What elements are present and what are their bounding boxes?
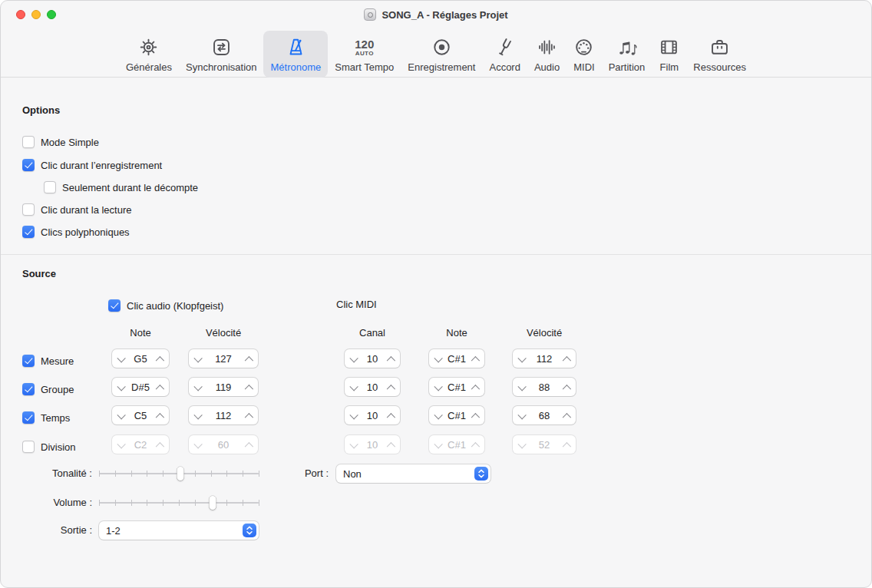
temps-midi-velocite-stepper[interactable]: 68 <box>513 406 576 424</box>
mesure-velocite-stepper[interactable]: 127 <box>189 349 258 368</box>
groupe-velocite-stepper[interactable]: 119 <box>189 378 258 396</box>
stepper-up-icon[interactable] <box>157 384 164 391</box>
groupe-checkbox[interactable] <box>22 383 35 395</box>
stepper-up-icon[interactable] <box>388 441 395 448</box>
clic-audio-row[interactable]: Clic audio (Klopfgeist) <box>108 299 223 312</box>
stepper-down-icon[interactable] <box>194 384 201 391</box>
tab-generales[interactable]: Générales <box>119 31 179 78</box>
stepper-up-icon[interactable] <box>563 412 570 419</box>
stepper-down-icon[interactable] <box>350 355 357 362</box>
temps-checkbox[interactable] <box>22 411 35 424</box>
mesure-note-stepper[interactable]: G5 <box>112 349 169 368</box>
division-canal-stepper[interactable]: 10 <box>345 435 400 454</box>
stepper-down-icon[interactable] <box>518 441 525 448</box>
tab-metronome[interactable]: Métronome <box>263 31 328 78</box>
temps-midi-note-stepper[interactable]: C#1 <box>429 406 484 424</box>
stepper-down-icon[interactable] <box>350 384 357 391</box>
division-velocite-stepper[interactable]: 60 <box>189 435 258 454</box>
division-midi-velocite-stepper[interactable]: 52 <box>513 435 576 454</box>
tonalite-slider[interactable] <box>99 466 259 481</box>
groupe-midi-note-stepper[interactable]: C#1 <box>429 378 484 396</box>
zoom-button[interactable] <box>47 10 56 19</box>
temps-note-stepper[interactable]: C5 <box>112 406 169 424</box>
tonalite-slider-thumb[interactable] <box>177 467 184 481</box>
tab-accord[interactable]: Accord <box>482 31 527 78</box>
tab-enregistrement[interactable]: Enregistrement <box>401 31 482 78</box>
stepper-down-icon[interactable] <box>518 384 525 391</box>
stepper-down-icon[interactable] <box>518 355 525 362</box>
stepper-up-icon[interactable] <box>388 355 395 362</box>
stepper-down-icon[interactable] <box>350 441 357 448</box>
sortie-popup[interactable]: 1-2 <box>99 521 259 540</box>
mesure-midi-velocite-stepper[interactable]: 112 <box>513 349 576 368</box>
mode-simple-checkbox[interactable] <box>22 136 35 148</box>
mesure-midi-note-stepper[interactable]: C#1 <box>429 349 484 368</box>
stepper-down-icon[interactable] <box>518 412 525 419</box>
decompte-checkbox[interactable] <box>44 181 56 193</box>
stepper-down-icon[interactable] <box>194 412 201 419</box>
stepper-up-icon[interactable] <box>563 384 570 391</box>
stepper-up-icon[interactable] <box>246 384 253 391</box>
stepper-down-icon[interactable] <box>350 412 357 419</box>
groupe-canal-stepper[interactable]: 10 <box>345 378 400 396</box>
stepper-up-icon[interactable] <box>246 441 253 448</box>
mesure-canal-stepper[interactable]: 10 <box>345 349 400 368</box>
stepper-down-icon[interactable] <box>434 441 441 448</box>
stepper-down-icon[interactable] <box>434 384 441 391</box>
groupe-row[interactable]: Groupe <box>22 380 74 398</box>
stepper-up-icon[interactable] <box>563 355 570 362</box>
groupe-note-stepper[interactable]: D#5 <box>112 378 169 396</box>
mesure-checkbox[interactable] <box>22 355 35 367</box>
tab-film[interactable]: Film <box>652 31 686 78</box>
mesure-row[interactable]: Mesure <box>22 352 74 370</box>
checkbox-row-mode-simple[interactable]: Mode Simple <box>22 135 99 149</box>
groupe-midi-velocite-stepper[interactable]: 88 <box>513 378 576 396</box>
stepper-up-icon[interactable] <box>472 441 479 448</box>
stepper-down-icon[interactable] <box>117 355 124 362</box>
division-note-stepper[interactable]: C2 <box>112 435 169 454</box>
division-midi-note-stepper[interactable]: C#1 <box>429 435 484 454</box>
port-popup[interactable]: Non <box>336 464 490 483</box>
tab-synchronisation[interactable]: Synchronisation <box>179 31 264 78</box>
checkbox-row-clic-lecture[interactable]: Clic durant la lecture <box>22 203 132 216</box>
stepper-up-icon[interactable] <box>157 355 164 362</box>
volume-slider-thumb[interactable] <box>209 496 216 510</box>
clics-polyphoniques-checkbox[interactable] <box>22 226 35 238</box>
temps-row[interactable]: Temps <box>22 408 70 427</box>
division-checkbox[interactable] <box>22 441 35 453</box>
checkbox-row-clic-enregistrement[interactable]: Clic durant l’enregistrement <box>22 158 162 172</box>
stepper-down-icon[interactable] <box>194 441 201 448</box>
tab-ressources[interactable]: Ressources <box>686 31 753 78</box>
division-row[interactable]: Division <box>22 438 76 456</box>
stepper-down-icon[interactable] <box>434 355 441 362</box>
stepper-up-icon[interactable] <box>472 355 479 362</box>
stepper-up-icon[interactable] <box>157 441 164 448</box>
stepper-down-icon[interactable] <box>194 355 201 362</box>
stepper-up-icon[interactable] <box>157 412 164 419</box>
stepper-down-icon[interactable] <box>434 412 441 419</box>
clic-lecture-checkbox[interactable] <box>22 203 35 216</box>
stepper-up-icon[interactable] <box>246 412 253 419</box>
stepper-up-icon[interactable] <box>388 412 395 419</box>
volume-slider[interactable] <box>99 495 259 510</box>
minimize-button[interactable] <box>31 10 41 19</box>
tab-partition[interactable]: Partition <box>602 31 652 78</box>
stepper-up-icon[interactable] <box>388 384 395 391</box>
temps-velocite-stepper[interactable]: 112 <box>189 406 258 424</box>
tab-audio[interactable]: Audio <box>527 31 566 78</box>
clic-audio-checkbox[interactable] <box>108 299 121 312</box>
stepper-up-icon[interactable] <box>246 355 253 362</box>
stepper-down-icon[interactable] <box>117 441 124 448</box>
stepper-up-icon[interactable] <box>472 412 479 419</box>
stepper-down-icon[interactable] <box>117 412 124 419</box>
close-button[interactable] <box>16 10 25 19</box>
tab-smart-tempo[interactable]: 120 AUTO Smart Tempo <box>328 31 401 78</box>
checkbox-row-clics-polyphoniques[interactable]: Clics polyphoniques <box>22 225 130 239</box>
tab-midi[interactable]: MIDI <box>566 31 601 78</box>
temps-canal-stepper[interactable]: 10 <box>345 406 400 424</box>
clic-enregistrement-checkbox[interactable] <box>22 159 35 171</box>
stepper-up-icon[interactable] <box>472 384 479 391</box>
checkbox-row-decompte[interactable]: Seulement durant le décompte <box>44 180 198 194</box>
stepper-down-icon[interactable] <box>117 384 124 391</box>
stepper-up-icon[interactable] <box>563 441 570 448</box>
